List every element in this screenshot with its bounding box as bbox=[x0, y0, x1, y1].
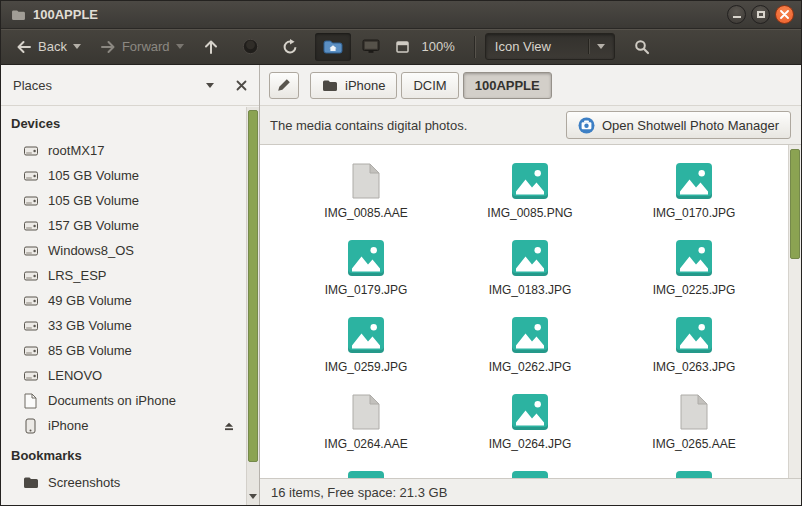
breadcrumb-iphone[interactable]: iPhone bbox=[310, 72, 397, 99]
minimize-button[interactable] bbox=[727, 5, 746, 24]
search-button[interactable] bbox=[626, 33, 658, 61]
home-button[interactable] bbox=[315, 33, 351, 61]
desktop-button[interactable] bbox=[354, 33, 388, 60]
pencil-icon bbox=[277, 78, 291, 92]
file-item-img-0085-aae[interactable]: IMG_0085.AAE bbox=[284, 159, 448, 236]
file-view[interactable]: IMG_0085.AAEIMG_0085.PNGIMG_0170.JPGIMG_… bbox=[260, 145, 801, 478]
sidebar-item-85-gb-volume[interactable]: 85 GB Volume bbox=[1, 338, 245, 363]
file-item-img-0263-jpg[interactable]: IMG_0263.JPG bbox=[612, 313, 776, 390]
reload-button[interactable] bbox=[274, 33, 306, 61]
sidebar-section-header: Devices bbox=[1, 106, 245, 138]
window-folder-icon bbox=[11, 9, 26, 21]
places-close-icon bbox=[236, 80, 247, 91]
places-close-button[interactable] bbox=[236, 80, 247, 91]
forward-icon bbox=[100, 39, 116, 55]
sidebar-item-33-gb-volume[interactable]: 33 GB Volume bbox=[1, 313, 245, 338]
drive-icon bbox=[22, 193, 39, 209]
up-button[interactable] bbox=[195, 33, 227, 61]
sidebar-item-lrs-esp[interactable]: LRS_ESP bbox=[1, 263, 245, 288]
file-name: IMG_0085.PNG bbox=[487, 206, 572, 220]
drive-icon bbox=[22, 293, 39, 309]
open-shotwell-button[interactable]: Open Shotwell Photo Manager bbox=[566, 111, 791, 139]
sidebar-item-49-gb-volume[interactable]: 49 GB Volume bbox=[1, 288, 245, 313]
file-name: IMG_0170.JPG bbox=[653, 206, 736, 220]
sidebar-item-rootmx17[interactable]: rootMX17 bbox=[1, 138, 245, 163]
file-item-img-0265-aae[interactable]: IMG_0265.AAE bbox=[612, 390, 776, 467]
file-item-img-0179-jpg[interactable]: IMG_0179.JPG bbox=[284, 236, 448, 313]
home-icon bbox=[323, 39, 343, 55]
titlebar[interactable]: 100APPLE bbox=[1, 1, 801, 29]
sidebar-item-label: Documents on iPhone bbox=[48, 393, 176, 408]
up-icon bbox=[203, 39, 219, 55]
file-item[interactable] bbox=[448, 467, 612, 478]
image-file-icon bbox=[676, 240, 712, 276]
file-name: IMG_0262.JPG bbox=[489, 360, 572, 374]
window-controls bbox=[727, 5, 794, 24]
places-panel: Places DevicesrootMX17105 GB Volume105 G… bbox=[1, 65, 259, 505]
file-name: IMG_0264.AAE bbox=[324, 437, 407, 451]
file-item-img-0264-aae[interactable]: IMG_0264.AAE bbox=[284, 390, 448, 467]
view-mode-select[interactable]: Icon View bbox=[485, 33, 615, 60]
breadcrumb-100apple[interactable]: 100APPLE bbox=[463, 72, 552, 99]
sidebar-item-105-gb-volume[interactable]: 105 GB Volume bbox=[1, 163, 245, 188]
doc-icon bbox=[22, 393, 39, 409]
file-item-img-0262-jpg[interactable]: IMG_0262.JPG bbox=[448, 313, 612, 390]
file-name: IMG_0259.JPG bbox=[325, 360, 408, 374]
stop-button[interactable] bbox=[234, 32, 267, 61]
main-scrollbar-thumb[interactable] bbox=[790, 149, 800, 259]
chevron-down-icon bbox=[597, 44, 605, 49]
sidebar-item-label: 49 GB Volume bbox=[48, 293, 132, 308]
edit-path-button[interactable] bbox=[269, 72, 299, 99]
forward-button[interactable]: Forward bbox=[92, 33, 192, 61]
places-header: Places bbox=[1, 65, 259, 106]
file-item[interactable] bbox=[284, 467, 448, 478]
breadcrumb-label: 100APPLE bbox=[475, 78, 540, 93]
file-item-img-0259-jpg[interactable]: IMG_0259.JPG bbox=[284, 313, 448, 390]
back-button[interactable]: Back bbox=[8, 33, 89, 61]
file-item-img-0085-png[interactable]: IMG_0085.PNG bbox=[448, 159, 612, 236]
folder-icon bbox=[322, 79, 338, 92]
split-view-button[interactable] bbox=[391, 35, 414, 59]
file-grid: IMG_0085.AAEIMG_0085.PNGIMG_0170.JPGIMG_… bbox=[260, 145, 801, 478]
sidebar-item-screenshots[interactable]: Screenshots bbox=[1, 470, 245, 495]
sidebar-item-label: Windows8_OS bbox=[48, 243, 134, 258]
main-scrollbar[interactable] bbox=[788, 145, 801, 478]
file-name: IMG_0225.JPG bbox=[653, 283, 736, 297]
breadcrumb: iPhoneDCIM100APPLE bbox=[310, 72, 552, 99]
file-item-img-0170-jpg[interactable]: IMG_0170.JPG bbox=[612, 159, 776, 236]
sidebar-scroll-down-button[interactable] bbox=[247, 488, 259, 504]
drive-icon bbox=[22, 218, 39, 234]
sidebar-item-windows8-os[interactable]: Windows8_OS bbox=[1, 238, 245, 263]
image-file-icon bbox=[676, 163, 712, 199]
maximize-button[interactable] bbox=[751, 5, 770, 24]
sidebar-scrollbar[interactable] bbox=[246, 107, 259, 505]
image-file-icon bbox=[512, 471, 548, 478]
sidebar-item-lenovo[interactable]: LENOVO bbox=[1, 363, 245, 388]
drive-icon bbox=[22, 318, 39, 334]
file-item[interactable] bbox=[612, 467, 776, 478]
minimize-icon bbox=[733, 16, 741, 18]
file-item-img-0225-jpg[interactable]: IMG_0225.JPG bbox=[612, 236, 776, 313]
sidebar-item-documents-on-iphone[interactable]: Documents on iPhone bbox=[1, 388, 245, 413]
sidebar-item-iphone[interactable]: iPhone bbox=[1, 413, 245, 438]
open-shotwell-label: Open Shotwell Photo Manager bbox=[602, 118, 779, 133]
file-name: IMG_0183.JPG bbox=[489, 283, 572, 297]
breadcrumb-dcim[interactable]: DCIM bbox=[401, 72, 458, 99]
toolbar: Back Forward 100% Icon View bbox=[1, 29, 801, 65]
sidebar-scrollbar-thumb[interactable] bbox=[248, 110, 258, 462]
maximize-icon bbox=[757, 11, 765, 18]
sidebar-item-label: rootMX17 bbox=[48, 143, 104, 158]
close-button[interactable] bbox=[775, 5, 794, 24]
places-switcher-caret-icon[interactable] bbox=[206, 83, 214, 88]
split-view-icon bbox=[396, 41, 409, 53]
sidebar-item-157-gb-volume[interactable]: 157 GB Volume bbox=[1, 213, 245, 238]
stop-icon bbox=[242, 38, 259, 55]
sidebar-item-105-gb-volume[interactable]: 105 GB Volume bbox=[1, 188, 245, 213]
file-item-img-0264-jpg[interactable]: IMG_0264.JPG bbox=[448, 390, 612, 467]
image-file-icon bbox=[512, 394, 548, 430]
image-file-icon bbox=[512, 317, 548, 353]
shotwell-icon bbox=[578, 117, 595, 134]
file-item-img-0183-jpg[interactable]: IMG_0183.JPG bbox=[448, 236, 612, 313]
eject-icon[interactable] bbox=[223, 420, 245, 432]
file-name: IMG_0264.JPG bbox=[489, 437, 572, 451]
